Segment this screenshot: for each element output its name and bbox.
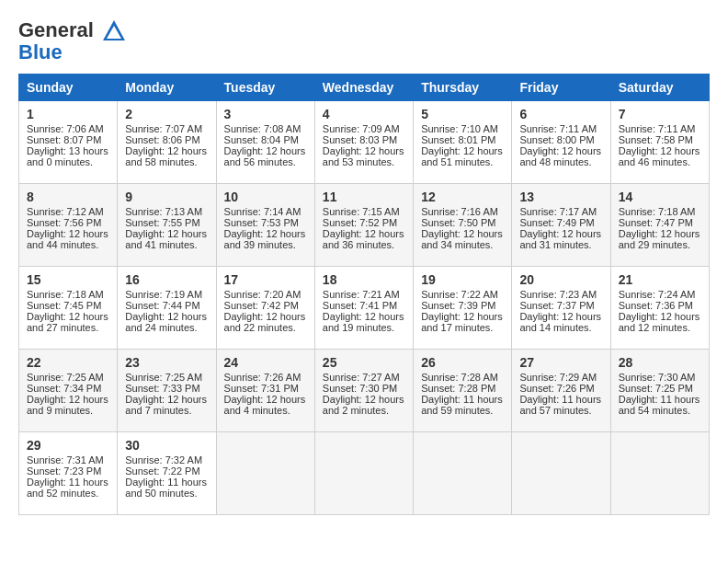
sunset: Sunset: 7:52 PM [323,217,397,228]
sunrise: Sunrise: 7:12 AM [27,206,104,217]
calendar-cell: 5 Sunrise: 7:10 AM Sunset: 8:01 PM Dayli… [414,101,512,184]
daylight: Daylight: 12 hours and 44 minutes. [27,228,108,250]
sunrise: Sunrise: 7:25 AM [125,372,202,383]
sunset: Sunset: 7:26 PM [519,383,594,394]
daylight: Daylight: 12 hours and 17 minutes. [421,311,503,333]
day-number: 2 [125,107,208,121]
header-thursday: Thursday [414,75,512,101]
calendar-cell [414,432,512,515]
sunrise: Sunrise: 7:18 AM [619,206,696,217]
calendar-cell [216,432,314,515]
daylight: Daylight: 12 hours and 24 minutes. [125,311,207,333]
day-number: 23 [125,355,208,370]
sunrise: Sunrise: 7:23 AM [519,289,597,300]
sunrise: Sunrise: 7:29 AM [519,372,597,383]
calendar-cell: 15 Sunrise: 7:18 AM Sunset: 7:45 PM Dayl… [19,267,118,350]
sunrise: Sunrise: 7:14 AM [224,206,301,217]
logo-blue: Blue [18,40,63,64]
day-number: 14 [619,190,701,204]
calendar-cell: 26 Sunrise: 7:28 AM Sunset: 7:28 PM Dayl… [414,350,512,432]
calendar-cell: 8 Sunrise: 7:12 AM Sunset: 7:56 PM Dayli… [19,184,118,267]
header-sunday: Sunday [19,75,118,101]
calendar-cell [314,432,413,515]
sunset: Sunset: 8:06 PM [125,134,199,145]
day-number: 21 [619,272,701,287]
sunrise: Sunrise: 7:26 AM [224,372,301,383]
daylight: Daylight: 12 hours and 53 minutes. [323,145,404,167]
sunset: Sunset: 7:44 PM [125,300,199,311]
sunset: Sunset: 8:03 PM [323,134,397,145]
calendar-cell: 12 Sunrise: 7:16 AM Sunset: 7:50 PM Dayl… [414,184,512,267]
day-number: 1 [27,107,109,121]
day-number: 8 [27,190,109,204]
calendar-cell: 24 Sunrise: 7:26 AM Sunset: 7:31 PM Dayl… [216,350,314,432]
sunset: Sunset: 7:58 PM [619,134,693,145]
sunset: Sunset: 7:56 PM [27,217,101,228]
calendar-cell: 30 Sunrise: 7:32 AM Sunset: 7:22 PM Dayl… [118,432,216,515]
sunrise: Sunrise: 7:10 AM [421,123,498,134]
daylight: Daylight: 12 hours and 56 minutes. [224,145,306,167]
day-number: 27 [519,355,602,370]
day-number: 24 [224,355,307,370]
sunrise: Sunrise: 7:06 AM [27,123,104,134]
sunrise: Sunrise: 7:17 AM [519,206,597,217]
sunrise: Sunrise: 7:11 AM [619,123,696,134]
daylight: Daylight: 12 hours and 19 minutes. [323,311,404,333]
sunset: Sunset: 7:33 PM [125,383,199,394]
sunrise: Sunrise: 7:24 AM [619,289,696,300]
daylight: Daylight: 12 hours and 41 minutes. [125,228,207,250]
calendar-cell: 2 Sunrise: 7:07 AM Sunset: 8:06 PM Dayli… [118,101,216,184]
calendar-cell [610,432,709,515]
sunset: Sunset: 7:53 PM [224,217,299,228]
sunset: Sunset: 8:04 PM [224,134,299,145]
day-number: 18 [323,272,405,287]
sunrise: Sunrise: 7:13 AM [125,206,202,217]
daylight: Daylight: 12 hours and 9 minutes. [27,394,108,416]
day-number: 10 [224,190,307,204]
sunrise: Sunrise: 7:21 AM [323,289,400,300]
calendar-cell: 4 Sunrise: 7:09 AM Sunset: 8:03 PM Dayli… [314,101,413,184]
daylight: Daylight: 12 hours and 46 minutes. [619,145,700,167]
sunset: Sunset: 7:34 PM [27,383,101,394]
sunset: Sunset: 7:36 PM [619,300,693,311]
calendar-cell [512,432,610,515]
day-number: 29 [27,438,109,453]
calendar-cell: 29 Sunrise: 7:31 AM Sunset: 7:23 PM Dayl… [19,432,118,515]
daylight: Daylight: 11 hours and 59 minutes. [421,394,503,416]
sunset: Sunset: 7:37 PM [519,300,594,311]
daylight: Daylight: 12 hours and 58 minutes. [125,145,207,167]
sunset: Sunset: 7:50 PM [421,217,495,228]
header-tuesday: Tuesday [216,75,314,101]
day-number: 25 [323,355,405,370]
sunset: Sunset: 7:39 PM [421,300,495,311]
sunrise: Sunrise: 7:30 AM [619,372,696,383]
calendar-cell: 20 Sunrise: 7:23 AM Sunset: 7:37 PM Dayl… [512,267,610,350]
sunset: Sunset: 7:23 PM [27,465,101,477]
calendar-week-4: 22 Sunrise: 7:25 AM Sunset: 7:34 PM Dayl… [19,350,710,432]
calendar-cell: 28 Sunrise: 7:30 AM Sunset: 7:25 PM Dayl… [610,350,709,432]
daylight: Daylight: 12 hours and 22 minutes. [224,311,306,333]
sunset: Sunset: 8:07 PM [27,134,101,145]
day-number: 5 [421,107,504,121]
calendar-cell: 18 Sunrise: 7:21 AM Sunset: 7:41 PM Dayl… [314,267,413,350]
sunrise: Sunrise: 7:31 AM [27,454,104,465]
daylight: Daylight: 11 hours and 50 minutes. [125,477,207,499]
sunrise: Sunrise: 7:15 AM [323,206,400,217]
day-number: 11 [323,190,405,204]
sunset: Sunset: 7:47 PM [619,217,693,228]
sunrise: Sunrise: 7:19 AM [125,289,202,300]
sunset: Sunset: 7:49 PM [519,217,594,228]
sunrise: Sunrise: 7:07 AM [125,123,202,134]
sunrise: Sunrise: 7:32 AM [125,454,202,465]
day-number: 13 [519,190,602,204]
calendar-cell: 23 Sunrise: 7:25 AM Sunset: 7:33 PM Dayl… [118,350,216,432]
header-monday: Monday [118,75,216,101]
daylight: Daylight: 12 hours and 4 minutes. [224,394,306,416]
daylight: Daylight: 12 hours and 2 minutes. [323,394,404,416]
daylight: Daylight: 12 hours and 27 minutes. [27,311,108,333]
calendar-cell: 16 Sunrise: 7:19 AM Sunset: 7:44 PM Dayl… [118,267,216,350]
calendar-cell: 9 Sunrise: 7:13 AM Sunset: 7:55 PM Dayli… [118,184,216,267]
day-number: 20 [519,272,602,287]
daylight: Daylight: 13 hours and 0 minutes. [27,145,108,167]
daylight: Daylight: 12 hours and 51 minutes. [421,145,503,167]
